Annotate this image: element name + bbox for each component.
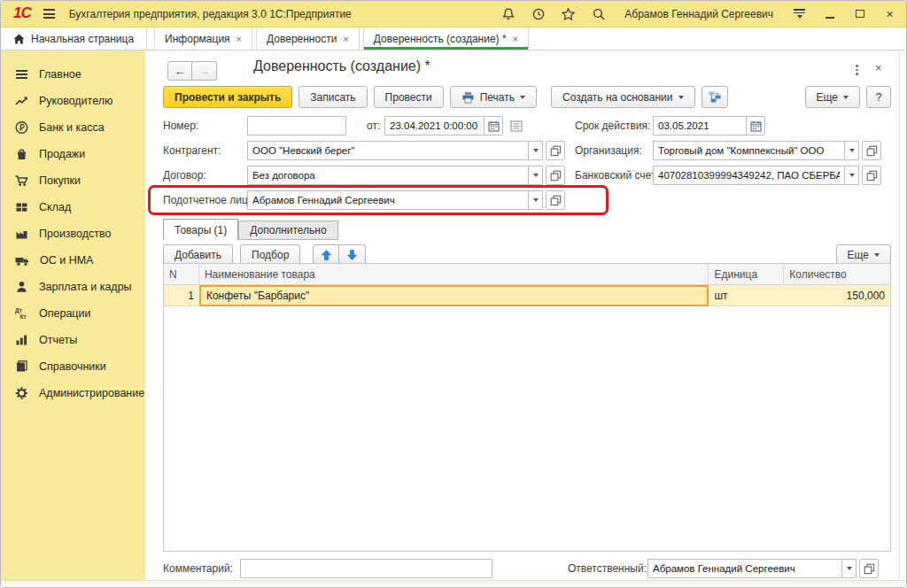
help-button[interactable]: ? bbox=[866, 86, 891, 108]
col-unit[interactable]: Единица bbox=[709, 264, 784, 284]
nav-back-button[interactable]: ← bbox=[167, 61, 192, 81]
col-n[interactable]: N bbox=[164, 264, 199, 284]
validity-input[interactable] bbox=[653, 116, 747, 135]
tab-close-icon[interactable]: × bbox=[513, 34, 518, 44]
sidebar-item-glavnoe[interactable]: Главное bbox=[1, 61, 145, 88]
close-window-button[interactable]: × bbox=[882, 6, 897, 21]
maximize-button[interactable] bbox=[852, 6, 867, 21]
print-label: Печать bbox=[480, 91, 515, 104]
choose-icon bbox=[550, 195, 562, 206]
more-button[interactable]: Еще bbox=[805, 86, 860, 108]
tab-close-icon[interactable]: × bbox=[343, 34, 348, 44]
responsible-input[interactable] bbox=[647, 559, 842, 578]
contract-choose-button[interactable] bbox=[546, 166, 565, 185]
structure-icon bbox=[708, 90, 722, 104]
accountable-person-input[interactable] bbox=[247, 190, 529, 210]
counterparty-input[interactable] bbox=[247, 141, 529, 160]
book-icon bbox=[14, 360, 29, 374]
validity-calendar-button[interactable] bbox=[746, 116, 765, 135]
col-name[interactable]: Наименование товара bbox=[199, 264, 709, 284]
tab-tovary[interactable]: Товары (1) bbox=[163, 219, 238, 240]
sidebar-item-rukovoditelyu[interactable]: Руководителю bbox=[1, 88, 145, 114]
sidebar-item-operatsii[interactable]: ДтКт Операции bbox=[1, 300, 145, 327]
minimize-button[interactable] bbox=[822, 6, 837, 21]
search-icon[interactable] bbox=[591, 6, 606, 21]
sidebar-item-administrirovanie[interactable]: Администрирование bbox=[1, 380, 145, 406]
form-right-border bbox=[899, 50, 900, 578]
cell-name[interactable]: Конфеты "Барбарис" bbox=[199, 285, 709, 306]
table-row[interactable]: 1 Конфеты "Барбарис" шт 150,000 bbox=[164, 285, 890, 306]
date-history-list-button[interactable] bbox=[507, 116, 526, 135]
accountable-person-choose-button[interactable] bbox=[546, 190, 565, 210]
post-button[interactable]: Провести bbox=[374, 86, 444, 108]
tab-doverennosti[interactable]: Доверенности × bbox=[256, 27, 360, 50]
truck-icon bbox=[14, 253, 30, 267]
organization-dropdown-button[interactable] bbox=[844, 141, 859, 160]
print-button[interactable]: Печать bbox=[450, 86, 537, 108]
dtkt-icon: ДтКт bbox=[14, 306, 29, 321]
notifications-bell-icon[interactable] bbox=[500, 6, 516, 21]
arrow-up-icon bbox=[321, 249, 332, 261]
cell-unit[interactable]: шт bbox=[709, 285, 784, 306]
responsible-choose-button[interactable] bbox=[859, 559, 879, 578]
main-menu-icon[interactable] bbox=[43, 9, 55, 19]
sidebar-item-spravochniki[interactable]: Справочники bbox=[1, 353, 145, 380]
sidebar-item-label: ОС и НМА bbox=[40, 254, 93, 267]
accountable-person-dropdown-button[interactable] bbox=[528, 190, 543, 210]
bank-account-input[interactable] bbox=[653, 166, 845, 185]
post-and-close-button[interactable]: Провести и закрыть bbox=[163, 86, 292, 108]
sidebar-item-zarplata-i-kadry[interactable]: Зарплата и кадры bbox=[1, 274, 145, 300]
items-more-label: Еще bbox=[848, 249, 869, 261]
contract-dropdown-button[interactable] bbox=[528, 166, 543, 185]
items-tab-strip: Товары (1) Дополнительно bbox=[163, 219, 338, 240]
cell-quantity[interactable]: 150,000 bbox=[784, 285, 890, 306]
counterparty-choose-button[interactable] bbox=[546, 141, 565, 160]
responsible-dropdown-button[interactable] bbox=[841, 559, 857, 578]
svg-text:Кт: Кт bbox=[20, 313, 27, 320]
tab-label: Доверенности bbox=[267, 33, 337, 45]
nav-forward-button[interactable]: → bbox=[192, 61, 217, 81]
tab-dopolnitelno[interactable]: Дополнительно bbox=[238, 220, 337, 240]
sidebar-item-prodazhi[interactable]: Продажи bbox=[1, 141, 145, 167]
tab-doverennost-sozdanie[interactable]: Доверенность (создание) * × bbox=[363, 27, 529, 50]
cell-n[interactable]: 1 bbox=[164, 285, 199, 306]
sidebar-item-label: Администрирование bbox=[39, 387, 144, 399]
table-header-row: N Наименование товара Единица Количество bbox=[164, 264, 890, 285]
menu-icon bbox=[14, 67, 29, 81]
counterparty-dropdown-button[interactable] bbox=[528, 141, 543, 160]
tab-home[interactable]: Начальная страница bbox=[1, 27, 147, 50]
date-calendar-button[interactable] bbox=[484, 116, 503, 135]
current-user[interactable]: Абрамов Геннадий Сергеевич bbox=[624, 8, 773, 20]
tab-close-icon[interactable]: × bbox=[236, 34, 242, 44]
service-menu-icon[interactable] bbox=[792, 6, 807, 21]
sidebar-item-proizvodstvo[interactable]: Производство bbox=[1, 220, 145, 247]
organization-input[interactable] bbox=[653, 141, 845, 160]
sidebar-item-pokupki[interactable]: Покупки bbox=[1, 167, 145, 194]
form-more-dots-icon[interactable] bbox=[854, 63, 860, 77]
sidebar-item-sklad[interactable]: Склад bbox=[1, 194, 145, 220]
bank-account-label: Банковский счет: bbox=[575, 166, 659, 185]
sidebar-item-os-i-nma[interactable]: ОС и НМА bbox=[1, 247, 145, 274]
chevron-down-icon bbox=[520, 96, 525, 99]
counterparty-label: Контрагент: bbox=[163, 141, 221, 160]
history-icon[interactable] bbox=[531, 6, 546, 21]
organization-choose-button[interactable] bbox=[862, 141, 881, 160]
related-documents-button[interactable] bbox=[702, 86, 728, 108]
date-input[interactable] bbox=[384, 116, 485, 135]
number-input[interactable] bbox=[247, 116, 346, 135]
create-based-on-button[interactable]: Создать на основании bbox=[551, 86, 695, 108]
sidebar-item-label: Отчеты bbox=[39, 334, 77, 346]
favorites-star-icon[interactable] bbox=[561, 6, 576, 21]
bag-icon bbox=[14, 147, 29, 161]
comment-input[interactable] bbox=[240, 559, 492, 578]
contract-input[interactable] bbox=[247, 166, 529, 185]
sidebar-item-otchety[interactable]: Отчеты bbox=[1, 327, 145, 353]
form-title: Доверенность (создание) * bbox=[253, 58, 430, 74]
bank-account-choose-button[interactable] bbox=[862, 166, 881, 185]
tab-informatsiya[interactable]: Информация × bbox=[154, 27, 252, 50]
form-close-icon[interactable]: × bbox=[875, 61, 882, 74]
sidebar-item-bank-i-kassa[interactable]: Банк и касса bbox=[1, 114, 145, 141]
bank-account-dropdown-button[interactable] bbox=[844, 166, 859, 185]
col-quantity[interactable]: Количество bbox=[784, 264, 890, 284]
save-button[interactable]: Записать bbox=[298, 86, 367, 108]
